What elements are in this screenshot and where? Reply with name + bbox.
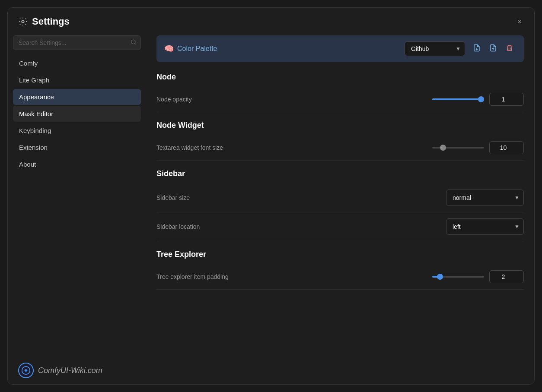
settings-dialog: Settings × Comfy Lite Graph Appearance M… [7, 7, 535, 385]
tree-padding-slider[interactable] [432, 276, 484, 278]
dialog-header: Settings × [8, 8, 534, 35]
palette-import-button[interactable] [487, 42, 500, 56]
sidebar-size-control: normal small large ▼ [446, 190, 524, 206]
textarea-font-size-row: Textarea widget font size [156, 135, 524, 161]
node-opacity-control [432, 93, 524, 106]
settings-gear-icon [18, 17, 28, 26]
node-opacity-row: Node opacity [156, 87, 524, 112]
palette-label-text: Color Palette [177, 45, 217, 53]
textarea-font-size-slider[interactable] [432, 147, 484, 149]
footer-website: ComfyUI-Wiki.com [38, 366, 102, 375]
sidebar-location-select[interactable]: left right [446, 218, 524, 235]
svg-point-0 [22, 20, 24, 23]
node-widget-section: Node Widget Textarea widget font size [156, 121, 524, 161]
textarea-font-size-label: Textarea widget font size [156, 144, 432, 151]
palette-select[interactable]: Github Dark Light Default [405, 41, 465, 56]
sidebar-item-extension[interactable]: Extension [13, 139, 141, 155]
close-button[interactable]: × [515, 16, 524, 28]
node-section-title: Node [156, 73, 524, 82]
textarea-font-size-control [432, 141, 524, 154]
node-widget-section-title: Node Widget [156, 121, 524, 130]
sidebar-item-about[interactable]: About [13, 156, 141, 172]
palette-label: 🧠 Color Palette [164, 44, 399, 54]
tree-explorer-section-title: Tree Explorer [156, 250, 524, 259]
node-opacity-label: Node opacity [156, 96, 432, 103]
textarea-font-size-input[interactable] [489, 141, 524, 154]
sidebar-size-select[interactable]: normal small large [446, 190, 524, 206]
node-section: Node Node opacity [156, 73, 524, 112]
dialog-title: Settings [18, 16, 70, 27]
tree-padding-control [432, 270, 524, 283]
tree-padding-input[interactable] [489, 270, 524, 283]
node-opacity-slider[interactable] [432, 98, 484, 100]
search-input[interactable] [13, 35, 141, 50]
sidebar-location-label: Sidebar location [156, 223, 446, 230]
tree-padding-row: Tree explorer item padding [156, 264, 524, 290]
footer-logo [18, 363, 34, 378]
sidebar-size-dropdown-wrap: normal small large ▼ [446, 190, 524, 206]
svg-point-6 [25, 369, 27, 372]
main-content: 🧠 Color Palette Github Dark Light Defaul… [146, 35, 534, 357]
sidebar-item-mask-editor[interactable]: Mask Editor [13, 106, 141, 122]
palette-export-button[interactable] [470, 42, 483, 56]
footer: ComfyUI-Wiki.com [8, 357, 534, 384]
sidebar-item-lite-graph[interactable]: Lite Graph [13, 72, 141, 88]
dialog-body: Comfy Lite Graph Appearance Mask Editor … [8, 35, 534, 357]
tree-padding-label: Tree explorer item padding [156, 273, 432, 280]
sidebar-item-comfy[interactable]: Comfy [13, 55, 141, 71]
sidebar-location-row: Sidebar location left right ▼ [156, 212, 524, 241]
search-box [13, 35, 141, 50]
palette-select-wrap: Github Dark Light Default ▼ [405, 41, 465, 56]
palette-brain-icon: 🧠 [164, 44, 174, 54]
node-opacity-input[interactable] [489, 93, 524, 106]
sidebar-section: Sidebar Sidebar size normal small large … [156, 169, 524, 241]
color-palette-bar: 🧠 Color Palette Github Dark Light Defaul… [156, 35, 524, 62]
palette-actions [470, 42, 516, 56]
sidebar-location-control: left right ▼ [446, 218, 524, 235]
sidebar-item-appearance[interactable]: Appearance [13, 89, 141, 105]
sidebar-section-title: Sidebar [156, 169, 524, 178]
sidebar-size-label: Sidebar size [156, 194, 446, 201]
palette-delete-button[interactable] [503, 42, 516, 56]
sidebar-item-keybinding[interactable]: Keybinding [13, 123, 141, 139]
tree-explorer-section: Tree Explorer Tree explorer item padding [156, 250, 524, 290]
nav-list: Comfy Lite Graph Appearance Mask Editor … [13, 55, 141, 173]
sidebar-location-dropdown-wrap: left right ▼ [446, 218, 524, 235]
sidebar: Comfy Lite Graph Appearance Mask Editor … [8, 35, 146, 357]
sidebar-size-row: Sidebar size normal small large ▼ [156, 183, 524, 212]
dialog-title-text: Settings [32, 16, 70, 27]
